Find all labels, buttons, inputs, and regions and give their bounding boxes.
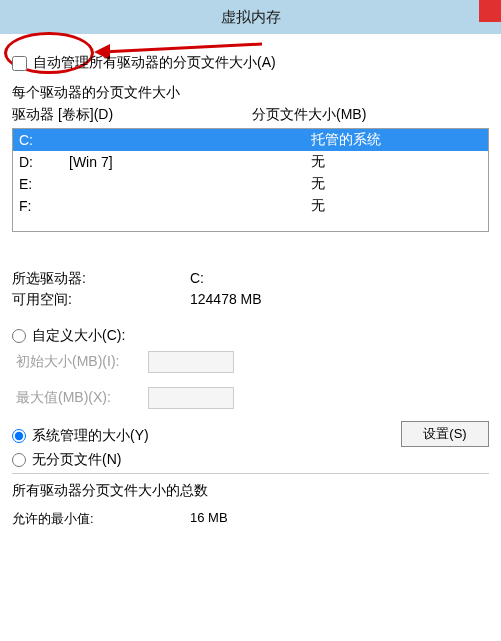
drive-letter: E:: [19, 176, 69, 192]
initial-size-input: [148, 351, 234, 373]
drive-row[interactable]: E:无: [13, 173, 488, 195]
drive-size: 托管的系统: [299, 131, 482, 149]
system-managed-label: 系统管理的大小(Y): [32, 427, 149, 445]
dialog-title: 虚拟内存: [221, 8, 281, 27]
min-allowed-label: 允许的最小值:: [12, 510, 190, 528]
drive-size: 无: [299, 153, 482, 171]
auto-manage-label: 自动管理所有驱动器的分页文件大小(A): [33, 54, 276, 72]
set-button[interactable]: 设置(S): [401, 421, 489, 447]
each-drive-heading: 每个驱动器的分页文件大小: [12, 84, 489, 102]
close-button[interactable]: [479, 0, 501, 22]
drive-letter: F:: [19, 198, 69, 214]
col-size: 分页文件大小(MB): [252, 106, 366, 124]
col-drive: 驱动器 [卷标](D): [12, 106, 252, 124]
drive-size: 无: [299, 175, 482, 193]
min-allowed-value: 16 MB: [190, 510, 228, 528]
drive-listbox[interactable]: C:托管的系统D:[Win 7]无E:无F:无: [12, 128, 489, 232]
selected-drive-value: C:: [190, 270, 204, 288]
custom-size-radio[interactable]: [12, 329, 26, 343]
selected-drive-label: 所选驱动器:: [12, 270, 190, 288]
custom-size-label: 自定义大小(C):: [32, 327, 125, 345]
drive-size: 无: [299, 197, 482, 215]
drive-row[interactable]: F:无: [13, 195, 488, 217]
no-pagefile-label: 无分页文件(N): [32, 451, 121, 469]
drive-letter: D:: [19, 154, 69, 170]
no-pagefile-radio[interactable]: [12, 453, 26, 467]
drive-label: [Win 7]: [69, 154, 299, 170]
divider: [12, 473, 489, 474]
system-managed-radio[interactable]: [12, 429, 26, 443]
max-size-input: [148, 387, 234, 409]
drive-row[interactable]: C:托管的系统: [13, 129, 488, 151]
total-heading: 所有驱动器分页文件大小的总数: [12, 482, 489, 500]
auto-manage-checkbox[interactable]: [12, 56, 27, 71]
available-space-value: 124478 MB: [190, 291, 262, 309]
drive-row[interactable]: D:[Win 7]无: [13, 151, 488, 173]
max-size-label: 最大值(MB)(X):: [16, 389, 148, 407]
drive-letter: C:: [19, 132, 69, 148]
initial-size-label: 初始大小(MB)(I):: [16, 353, 148, 371]
available-space-label: 可用空间:: [12, 291, 190, 309]
